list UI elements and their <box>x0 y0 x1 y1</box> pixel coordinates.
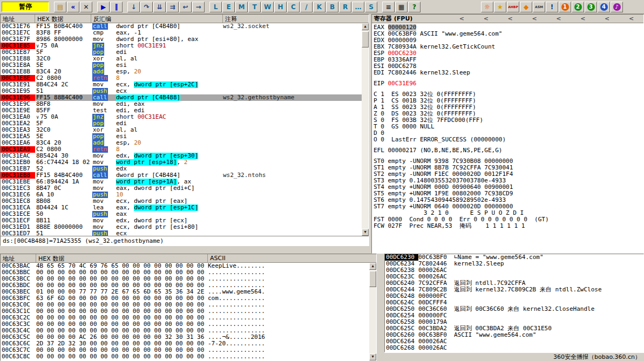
scroll-down-arrow-icon[interactable]: ▼ <box>362 229 369 236</box>
plugin-2-button[interactable]: 2 <box>572 2 584 12</box>
stack-row[interactable]: 00DC6238000026AC <box>385 267 643 274</box>
register-line[interactable]: ST7 empty +UNORM 0640 0000020D 00000000 <box>372 203 643 210</box>
stack-row[interactable]: 00DC62347C802446kernel32.Sleep <box>385 261 643 267</box>
plugin-alert-button[interactable]: ! <box>546 2 558 12</box>
disasm-row[interactable]: 00C31EB752pushedx <box>1 166 362 172</box>
register-line[interactable]: ST5 empty +UNORM 1F9E 00802000 7C938CD9 <box>372 190 643 197</box>
step-into-button[interactable]: ↓ <box>127 2 140 12</box>
dump-header-ascii[interactable]: ASCII <box>208 254 376 262</box>
disasm-row[interactable]: 00C31E8B83C4 20addesp, 20 <box>1 69 362 75</box>
disasm-row[interactable]: 00C31EBE66:894424 1Amovword ptr [esp+1A]… <box>1 179 362 185</box>
stack-row[interactable]: 00DC6268000026AC <box>385 345 643 351</box>
register-line[interactable]: O 0 LastErr ERROR_SUCCESS (00000000) <box>372 137 643 143</box>
go-to-address-button[interactable]: → <box>192 2 205 12</box>
disasm-row[interactable]: 00C31EA55Epopesi <box>1 133 362 140</box>
stack-row[interactable]: 00DC626000C63BF0ASCII "www.geme564.com" <box>385 332 643 338</box>
dump-row[interactable]: 00C63C7C00 00 00 00 00 00 00 00 00 00 00… <box>1 347 369 353</box>
stack-row[interactable]: 00DC625000C36C60返回到 00C36C60 来自 kernel32… <box>385 306 643 312</box>
disasm-row[interactable]: 00C31E76FF15 B0B4C400calldword ptr [C4B4… <box>1 23 362 30</box>
register-line[interactable]: S 0 FS 003B 32位 7FFDC000(FFF) <box>372 117 643 124</box>
disasm-row[interactable]: 00C31ED751pushecx <box>1 230 362 236</box>
dump-row[interactable]: 00C63BBC00 00 00 00 00 00 00 00 00 00 00… <box>1 269 369 276</box>
plugin-ahbp-button[interactable]: AHBP <box>507 2 519 12</box>
register-line[interactable]: A 1 SS 0023 32位 0(FFFFFFFF) <box>372 104 643 111</box>
disasm-row[interactable]: 00C31E96FF15 88B4C400calldword ptr [C4B4… <box>1 94 362 101</box>
disasm-row[interactable]: 00C31EA332C0xoral, al <box>1 127 362 133</box>
disasm-row[interactable]: 00C31EC88B08movecx, dword ptr [eax] <box>1 198 362 205</box>
register-line[interactable]: EFL 00000217 (NO,B,NE,BE,NS,PE,GE,G) <box>372 147 643 154</box>
dump-row[interactable]: 00C63BDC00 00 00 00 00 00 00 00 00 00 00… <box>1 282 369 289</box>
animate-into-button[interactable]: ⇊ <box>153 2 166 12</box>
view-runtrace-button[interactable]: … <box>352 2 364 12</box>
stack-row[interactable]: 00DC623C000026AC <box>385 274 643 280</box>
register-line[interactable]: ST6 empty 0.1475430944589289502e-4933 <box>372 197 643 203</box>
animate-over-button[interactable]: ⇉ <box>166 2 179 12</box>
stack-row[interactable]: 00DC62407C92CFFA返回到 ntdll.7C92CFFA <box>385 280 643 287</box>
scroll-up-arrow-icon[interactable]: ▲ <box>369 263 376 270</box>
register-line[interactable]: ST1 empty -UNORM 8B7B 7C92CFFA 7C930041 <box>372 165 643 171</box>
register-line[interactable]: ST2 empty -UNORM F1EC 0000020D 0012F1F4 <box>372 171 643 178</box>
dump-row[interactable]: 00C63C6C2D 37 2D 32 30 00 00 00 00 00 00… <box>1 340 369 347</box>
register-line[interactable]: EDI 7C802446 kernel32.Sleep <box>372 70 643 76</box>
restart-button[interactable]: « <box>67 2 79 12</box>
disasm-row[interactable]: 00C31EA9C2 0800retn8 <box>1 146 362 153</box>
execute-till-return-button[interactable]: ↩ <box>179 2 192 12</box>
plugin-4-button[interactable]: 4 <box>598 2 610 12</box>
register-line[interactable]: C 1 ES 0023 32位 0(FFFFFFFF) <box>372 91 643 98</box>
disasm-row[interactable]: 00C31E8EC2 0800retn8 <box>1 75 362 81</box>
plugin-1-button[interactable]: 1 <box>559 2 571 12</box>
register-line[interactable]: ST0 empty -UNORM 9398 7C930B08 00000000 <box>372 158 643 165</box>
register-line[interactable]: ST4 empty +UNORM 000D 00900640 00900001 <box>372 184 643 190</box>
scroll-down-arrow-icon[interactable]: ▼ <box>369 353 376 360</box>
view-patches-button[interactable]: / <box>300 2 313 12</box>
disasm-row[interactable]: 00C31E918B4C24 2Cmovecx, dword ptr [esp+… <box>1 81 362 88</box>
disasm-row[interactable]: 00C31EC66A 10push10 <box>1 192 362 198</box>
pause-button[interactable]: ‖ <box>110 2 123 12</box>
disasm-row[interactable]: 00C31EA683C4 20addesp, 20 <box>1 140 362 146</box>
register-line[interactable]: D 0 <box>372 130 643 137</box>
register-line[interactable]: EAX 00000120 <box>372 24 643 31</box>
dump-row[interactable]: 00C63C0C00 00 00 00 00 00 00 00 00 00 00… <box>1 302 369 308</box>
register-line[interactable]: EBP 03336AFF <box>372 57 643 63</box>
disasm-row[interactable]: 00C31ECE50pusheax <box>1 211 362 217</box>
column-header-comment[interactable]: 注释 <box>223 15 369 23</box>
stack-row[interactable]: 00DC6264000026AC <box>385 338 643 345</box>
view-source-button[interactable]: S <box>365 2 377 12</box>
dump-row[interactable]: 00C63C8C00 00 00 00 00 00 00 00 00 00 00… <box>1 353 369 360</box>
dump-header-address[interactable]: 地址 <box>1 254 36 262</box>
dump-row[interactable]: 00C63BCC00 00 00 00 00 00 00 00 00 00 00… <box>1 276 369 282</box>
scroll-track[interactable] <box>369 270 376 353</box>
disasm-row[interactable]: 00C31ECA8D4424 1Cleaeax, dword ptr [esp+… <box>1 205 362 211</box>
dump-row[interactable]: 00C63C4C00 00 00 00 00 00 00 00 00 00 00… <box>1 328 369 334</box>
register-line[interactable]: EIP 00C31E96 <box>372 80 643 87</box>
window-layout-button[interactable]: ▦ <box>395 2 408 12</box>
register-line[interactable]: ESI 00DC6278 <box>372 63 643 70</box>
stack-row[interactable]: 00DC624C00DCFFF4 <box>385 299 643 306</box>
plugin-asm-button[interactable]: ASM <box>533 2 545 12</box>
scroll-thumb[interactable] <box>362 31 369 47</box>
register-line[interactable]: Z 0 DS 0023 32位 0(FFFFFFFF) <box>372 111 643 117</box>
disasm-row[interactable]: 00C31EB066:C74424 18 02movword ptr [esp+… <box>1 159 362 166</box>
plugin-star-button[interactable]: ★ <box>494 2 506 12</box>
register-line[interactable]: 3 2 1 0 E S P U O Z D I <box>372 210 643 216</box>
disasm-row[interactable]: 00C31EA0∨75 0Ajnzshort 00C31EAC <box>1 114 362 120</box>
scroll-thumb[interactable] <box>369 271 376 287</box>
view-threads-button[interactable]: T <box>248 2 261 12</box>
view-breakpoints-button[interactable]: B <box>326 2 338 12</box>
register-line[interactable]: EBX 7C80934A kernel32.GetTickCount <box>372 44 643 50</box>
dump-row[interactable]: 00C63C5C00 00 00 00 AC 26 00 00 00 00 00… <box>1 334 369 340</box>
disasm-row[interactable]: 00C31E7F8986 80000000movdword ptr [esi+8… <box>1 36 362 43</box>
stack-row[interactable]: 00DC6248000000FC <box>385 293 643 299</box>
disasm-row[interactable]: 00C31E8832C0xoral, al <box>1 56 362 62</box>
disasm-row[interactable]: 00C31EC38B47 0Cmoveax, dword ptr [edi+C] <box>1 185 362 192</box>
disasm-row[interactable]: 00C31EAC8B5424 30movedx, dword ptr [esp+… <box>1 153 362 159</box>
view-cpu-button[interactable]: C <box>287 2 300 12</box>
view-log-button[interactable]: L <box>209 2 222 12</box>
register-line[interactable]: ECX 00C63BF0 ASCII "www.geme564.com" <box>372 31 643 37</box>
view-windows-button[interactable]: W <box>261 2 274 12</box>
disasm-row[interactable]: 00C31E7C83F8 FFcmpeax, -1 <box>1 30 362 36</box>
register-line[interactable]: FST 0000 Cond 0 0 0 0 Err 0 0 0 0 0 0 0 … <box>372 216 643 223</box>
help-button[interactable]: ? <box>408 2 421 12</box>
scroll-track[interactable] <box>362 30 369 229</box>
disasm-row[interactable]: 00C31EB8FF15 84B4C400calldword ptr [C4B4… <box>1 172 362 179</box>
